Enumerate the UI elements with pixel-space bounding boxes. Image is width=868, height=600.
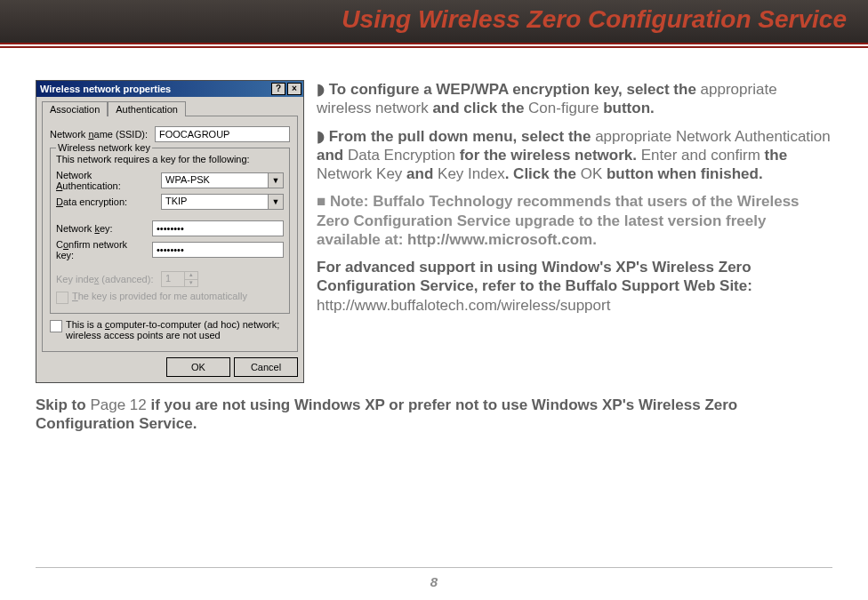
netauth-label: Network Authentication: bbox=[56, 170, 156, 191]
p2e: for the wireless network. bbox=[460, 147, 641, 164]
ssid-input[interactable] bbox=[155, 126, 290, 142]
skip-text: Skip to Page 12 if you are not using Win… bbox=[36, 396, 832, 434]
dataenc-value: TKIP bbox=[162, 195, 268, 209]
instruction-text: To configure a WEP/WPA encryption key, s… bbox=[317, 80, 832, 324]
netauth-select[interactable]: WPA-PSK ▼ bbox=[161, 172, 284, 188]
keyidx-spinner: 1 ▴ ▾ bbox=[161, 271, 198, 287]
adhoc-checkbox[interactable] bbox=[50, 320, 62, 332]
p2d: Data Encryption bbox=[348, 147, 460, 164]
p3b: http://www.buffalotech.com/wireless/supp… bbox=[317, 297, 610, 314]
tab-content: Network name (SSID): Wireless network ke… bbox=[42, 116, 298, 352]
p2f: Enter and confirm bbox=[641, 147, 765, 164]
confirm-label: Confirm network key: bbox=[56, 239, 147, 260]
netkey-label: Network key: bbox=[56, 223, 147, 234]
wireless-properties-dialog: Wireless network properties ? × Associat… bbox=[36, 80, 304, 383]
dataenc-select[interactable]: TKIP ▼ bbox=[161, 194, 284, 210]
requires-text: This network requires a key for the foll… bbox=[56, 154, 284, 164]
chevron-down-icon: ▼ bbox=[268, 173, 283, 188]
p2a: From the pull down menu, select the bbox=[329, 128, 595, 145]
dialog-title: Wireless network properties bbox=[40, 84, 171, 94]
dialog-titlebar: Wireless network properties ? × bbox=[36, 81, 303, 97]
confirm-input[interactable] bbox=[152, 242, 284, 258]
page: Using Wireless Zero Configuration Servic… bbox=[0, 0, 868, 600]
p3a: For advanced support in using Window's X… bbox=[317, 259, 752, 294]
spinner-up-icon: ▴ bbox=[185, 272, 197, 279]
skip-b: Page 12 bbox=[90, 396, 150, 413]
p2i: and bbox=[406, 165, 438, 182]
footer-divider bbox=[36, 567, 832, 568]
keyidx-label: Key index (advanced): bbox=[56, 274, 156, 284]
cancel-button[interactable]: Cancel bbox=[234, 357, 298, 377]
p2g: the bbox=[765, 147, 788, 164]
help-button[interactable]: ? bbox=[271, 83, 285, 95]
group-label: Wireless network key bbox=[56, 142, 152, 153]
p2h: Network Key bbox=[317, 165, 406, 182]
netauth-value: WPA-PSK bbox=[162, 173, 268, 188]
page-number: 8 bbox=[0, 574, 868, 589]
page-title: Using Wireless Zero Configuration Servic… bbox=[0, 0, 868, 34]
header-band: Using Wireless Zero Configuration Servic… bbox=[0, 0, 868, 44]
auto-key-checkbox bbox=[56, 292, 68, 304]
wireless-key-group: Wireless network key This network requir… bbox=[50, 148, 290, 314]
p1a: To configure a WEP/WPA encryption key, s… bbox=[329, 81, 701, 98]
spinner-down-icon: ▾ bbox=[185, 279, 197, 287]
p1c: and click the bbox=[432, 100, 528, 116]
content-area: Wireless network properties ? × Associat… bbox=[0, 44, 868, 434]
skip-a: Skip to bbox=[36, 396, 90, 413]
adhoc-label: This is a computer-to-computer (ad hoc) … bbox=[66, 319, 290, 340]
close-button[interactable]: × bbox=[287, 83, 301, 95]
chevron-down-icon: ▼ bbox=[268, 195, 283, 209]
p2c: and bbox=[317, 147, 348, 164]
tab-authentication[interactable]: Authentication bbox=[108, 101, 186, 116]
dataenc-label: Data encryption: bbox=[56, 196, 156, 207]
tab-strip: Association Authentication bbox=[42, 100, 298, 116]
ok-button[interactable]: OK bbox=[166, 357, 230, 377]
p2m: button when finished. bbox=[607, 165, 763, 182]
note-c: . bbox=[592, 231, 597, 248]
p2b: appropriate Network Authentication bbox=[595, 128, 831, 145]
p2k: . Click the bbox=[505, 165, 581, 182]
p1e: button. bbox=[603, 100, 655, 116]
note-link: http://www.microsoft.com bbox=[407, 231, 592, 248]
p2j: Key Index bbox=[438, 165, 505, 182]
p2l: OK bbox=[581, 165, 607, 182]
keyidx-value: 1 bbox=[162, 272, 184, 286]
tab-association[interactable]: Association bbox=[42, 101, 108, 116]
netkey-input[interactable] bbox=[152, 220, 284, 236]
auto-key-label: The key is provided for me automatically bbox=[72, 291, 247, 301]
ssid-label: Network name (SSID): bbox=[50, 129, 149, 140]
p1d: Con-figure bbox=[528, 100, 603, 116]
